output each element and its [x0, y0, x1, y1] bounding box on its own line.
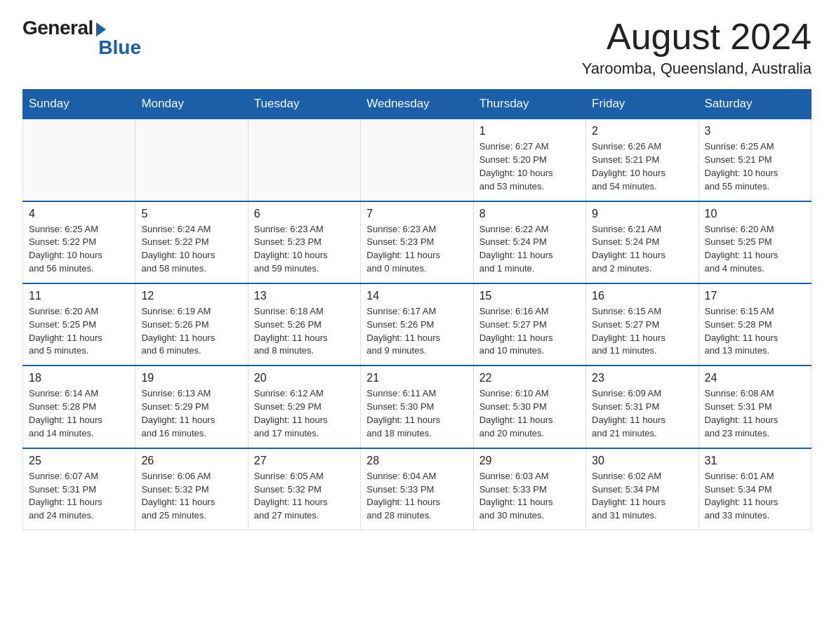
day-number: 12	[141, 290, 241, 302]
calendar-week-row: 4Sunrise: 6:25 AM Sunset: 5:22 PM Daylig…	[23, 201, 812, 283]
location-label: Yaroomba, Queensland, Australia	[582, 60, 812, 78]
calendar-cell: 26Sunrise: 6:06 AM Sunset: 5:32 PM Dayli…	[135, 448, 248, 530]
calendar-cell: 6Sunrise: 6:23 AM Sunset: 5:23 PM Daylig…	[248, 201, 360, 283]
day-info: Sunrise: 6:10 AM Sunset: 5:30 PM Dayligh…	[479, 387, 580, 440]
day-info: Sunrise: 6:03 AM Sunset: 5:33 PM Dayligh…	[479, 470, 580, 523]
day-info: Sunrise: 6:04 AM Sunset: 5:33 PM Dayligh…	[366, 470, 467, 523]
calendar-cell: 29Sunrise: 6:03 AM Sunset: 5:33 PM Dayli…	[473, 448, 585, 530]
calendar-cell	[135, 119, 248, 201]
calendar-cell: 27Sunrise: 6:05 AM Sunset: 5:32 PM Dayli…	[248, 448, 360, 530]
day-info: Sunrise: 6:18 AM Sunset: 5:26 PM Dayligh…	[254, 305, 355, 358]
day-info: Sunrise: 6:25 AM Sunset: 5:22 PM Dayligh…	[29, 223, 129, 276]
day-info: Sunrise: 6:20 AM Sunset: 5:25 PM Dayligh…	[705, 223, 805, 276]
calendar-body: 1Sunrise: 6:27 AM Sunset: 5:20 PM Daylig…	[23, 119, 812, 530]
day-number: 11	[29, 290, 129, 302]
calendar-cell: 18Sunrise: 6:14 AM Sunset: 5:28 PM Dayli…	[23, 365, 135, 448]
day-number: 1	[479, 125, 580, 137]
day-number: 22	[479, 372, 580, 384]
day-number: 31	[705, 455, 805, 467]
calendar-cell: 10Sunrise: 6:20 AM Sunset: 5:25 PM Dayli…	[699, 201, 811, 283]
day-number: 3	[705, 125, 805, 137]
calendar-cell: 17Sunrise: 6:15 AM Sunset: 5:28 PM Dayli…	[699, 283, 811, 365]
calendar-cell	[361, 119, 473, 201]
day-number: 28	[366, 455, 467, 467]
day-info: Sunrise: 6:22 AM Sunset: 5:24 PM Dayligh…	[479, 223, 580, 276]
day-number: 30	[592, 455, 692, 467]
calendar-cell: 31Sunrise: 6:01 AM Sunset: 5:34 PM Dayli…	[699, 448, 811, 530]
day-info: Sunrise: 6:08 AM Sunset: 5:31 PM Dayligh…	[705, 387, 805, 440]
day-info: Sunrise: 6:05 AM Sunset: 5:32 PM Dayligh…	[254, 470, 355, 523]
day-number: 20	[254, 372, 355, 384]
day-info: Sunrise: 6:17 AM Sunset: 5:26 PM Dayligh…	[366, 305, 467, 358]
logo-arrow-icon	[96, 22, 106, 36]
calendar-cell: 24Sunrise: 6:08 AM Sunset: 5:31 PM Dayli…	[699, 365, 811, 448]
day-info: Sunrise: 6:13 AM Sunset: 5:29 PM Dayligh…	[141, 387, 241, 440]
calendar-day-header: Friday	[586, 90, 699, 119]
calendar-week-row: 1Sunrise: 6:27 AM Sunset: 5:20 PM Daylig…	[23, 119, 812, 201]
day-number: 15	[479, 290, 580, 302]
day-number: 8	[479, 208, 580, 220]
day-number: 18	[29, 372, 129, 384]
day-info: Sunrise: 6:20 AM Sunset: 5:25 PM Dayligh…	[29, 305, 129, 358]
calendar-cell: 13Sunrise: 6:18 AM Sunset: 5:26 PM Dayli…	[248, 283, 360, 365]
calendar-cell: 3Sunrise: 6:25 AM Sunset: 5:21 PM Daylig…	[699, 119, 811, 201]
day-info: Sunrise: 6:21 AM Sunset: 5:24 PM Dayligh…	[592, 223, 692, 276]
calendar-cell: 4Sunrise: 6:25 AM Sunset: 5:22 PM Daylig…	[23, 201, 135, 283]
day-number: 25	[29, 455, 129, 467]
calendar-cell: 20Sunrise: 6:12 AM Sunset: 5:29 PM Dayli…	[248, 365, 360, 448]
day-info: Sunrise: 6:27 AM Sunset: 5:20 PM Dayligh…	[479, 140, 580, 193]
calendar-cell: 7Sunrise: 6:23 AM Sunset: 5:23 PM Daylig…	[361, 201, 473, 283]
calendar-cell: 1Sunrise: 6:27 AM Sunset: 5:20 PM Daylig…	[473, 119, 585, 201]
day-number: 17	[705, 290, 805, 302]
day-number: 21	[366, 372, 467, 384]
day-number: 29	[479, 455, 580, 467]
calendar-cell: 12Sunrise: 6:19 AM Sunset: 5:26 PM Dayli…	[135, 283, 248, 365]
day-number: 14	[366, 290, 467, 302]
day-number: 27	[254, 455, 355, 467]
calendar-cell: 30Sunrise: 6:02 AM Sunset: 5:34 PM Dayli…	[586, 448, 699, 530]
day-number: 10	[705, 208, 805, 220]
calendar-week-row: 25Sunrise: 6:07 AM Sunset: 5:31 PM Dayli…	[23, 448, 812, 530]
calendar-day-header: Saturday	[699, 90, 811, 119]
calendar-cell: 25Sunrise: 6:07 AM Sunset: 5:31 PM Dayli…	[23, 448, 135, 530]
day-number: 24	[705, 372, 805, 384]
day-number: 19	[141, 372, 241, 384]
calendar-cell: 22Sunrise: 6:10 AM Sunset: 5:30 PM Dayli…	[473, 365, 585, 448]
day-info: Sunrise: 6:12 AM Sunset: 5:29 PM Dayligh…	[254, 387, 355, 440]
day-number: 6	[254, 208, 355, 220]
day-info: Sunrise: 6:01 AM Sunset: 5:34 PM Dayligh…	[705, 470, 805, 523]
day-info: Sunrise: 6:19 AM Sunset: 5:26 PM Dayligh…	[141, 305, 241, 358]
calendar-cell: 5Sunrise: 6:24 AM Sunset: 5:22 PM Daylig…	[135, 201, 248, 283]
day-info: Sunrise: 6:24 AM Sunset: 5:22 PM Dayligh…	[141, 223, 241, 276]
calendar-cell	[248, 119, 360, 201]
calendar-header: SundayMondayTuesdayWednesdayThursdayFrid…	[23, 90, 812, 119]
calendar-day-header: Wednesday	[361, 90, 473, 119]
page-header: General General Blue August 2024 Yaroomb…	[22, 17, 812, 78]
day-number: 13	[254, 290, 355, 302]
day-number: 23	[592, 372, 692, 384]
day-info: Sunrise: 6:09 AM Sunset: 5:31 PM Dayligh…	[592, 387, 692, 440]
calendar-cell: 16Sunrise: 6:15 AM Sunset: 5:27 PM Dayli…	[586, 283, 699, 365]
logo: General General Blue	[22, 17, 141, 59]
calendar-cell: 21Sunrise: 6:11 AM Sunset: 5:30 PM Dayli…	[361, 365, 473, 448]
day-info: Sunrise: 6:23 AM Sunset: 5:23 PM Dayligh…	[366, 223, 467, 276]
day-number: 5	[141, 208, 241, 220]
day-number: 9	[592, 208, 692, 220]
calendar-week-row: 18Sunrise: 6:14 AM Sunset: 5:28 PM Dayli…	[23, 365, 812, 448]
month-title: August 2024	[582, 17, 812, 57]
calendar-cell	[23, 119, 135, 201]
day-info: Sunrise: 6:16 AM Sunset: 5:27 PM Dayligh…	[479, 305, 580, 358]
calendar-cell: 15Sunrise: 6:16 AM Sunset: 5:27 PM Dayli…	[473, 283, 585, 365]
day-number: 2	[592, 125, 692, 137]
calendar-cell: 19Sunrise: 6:13 AM Sunset: 5:29 PM Dayli…	[135, 365, 248, 448]
day-number: 7	[366, 208, 467, 220]
day-info: Sunrise: 6:11 AM Sunset: 5:30 PM Dayligh…	[366, 387, 467, 440]
day-info: Sunrise: 6:25 AM Sunset: 5:21 PM Dayligh…	[705, 140, 805, 193]
calendar-day-header: Sunday	[23, 90, 135, 119]
calendar-cell: 28Sunrise: 6:04 AM Sunset: 5:33 PM Dayli…	[361, 448, 473, 530]
calendar-cell: 11Sunrise: 6:20 AM Sunset: 5:25 PM Dayli…	[23, 283, 135, 365]
day-info: Sunrise: 6:15 AM Sunset: 5:28 PM Dayligh…	[705, 305, 805, 358]
calendar-cell: 14Sunrise: 6:17 AM Sunset: 5:26 PM Dayli…	[361, 283, 473, 365]
day-info: Sunrise: 6:02 AM Sunset: 5:34 PM Dayligh…	[592, 470, 692, 523]
calendar-cell: 2Sunrise: 6:26 AM Sunset: 5:21 PM Daylig…	[586, 119, 699, 201]
